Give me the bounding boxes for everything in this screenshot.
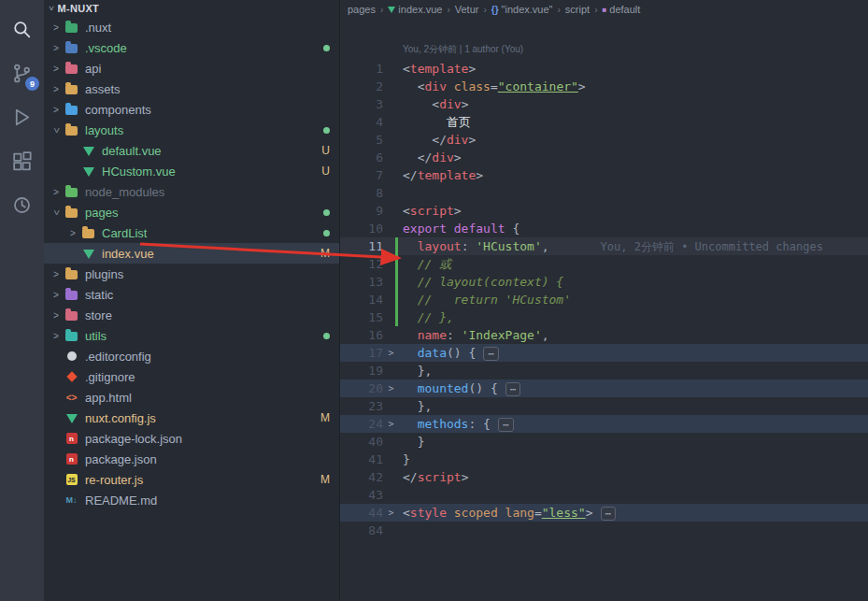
chevron-right-icon: > (50, 290, 63, 300)
code-line-16[interactable]: 16 name: 'IndexPage', (340, 326, 868, 344)
code-line-84[interactable]: 84 (340, 522, 868, 539)
breadcrumb-item-default[interactable]: ■default (602, 4, 640, 15)
code-line-3[interactable]: 3 <div> (340, 95, 868, 113)
run-debug-icon[interactable] (0, 95, 44, 139)
code-line-4[interactable]: 4 首页 (340, 113, 868, 131)
tree-item-.editorconfig[interactable]: .editorconfig (44, 346, 339, 366)
file-name: .vscode (85, 41, 127, 55)
tree-item-node_modules[interactable]: >node_modules (44, 181, 339, 202)
fold-chevron-icon[interactable]: > (383, 504, 399, 522)
tree-item-pages[interactable]: >pages (44, 202, 339, 222)
line-number: 13 (340, 273, 383, 291)
code-line-23[interactable]: 23 }, (340, 397, 868, 415)
git-status-badge: U (321, 144, 330, 157)
fold-chevron-icon[interactable]: > (383, 415, 399, 433)
code-line-2[interactable]: 2 <div class="container"> (340, 78, 868, 95)
fold-ellipsis[interactable]: ⋯ (505, 382, 521, 396)
git-status-badge: U (321, 165, 330, 178)
code-line-8[interactable]: 8 (340, 184, 868, 202)
tree-item-assets[interactable]: >assets (44, 79, 339, 99)
tree-item-index.vue[interactable]: index.vueM (44, 243, 339, 264)
tree-item-CardList[interactable]: >CardList (44, 222, 339, 243)
tree-item-package.json[interactable]: npackage.json (44, 449, 339, 469)
tree-item-store[interactable]: >store (44, 305, 339, 325)
code-text: // }, (399, 308, 454, 326)
code-line-15[interactable]: 15 // }, (340, 308, 868, 326)
fold-chevron-icon[interactable]: > (383, 344, 399, 362)
git-modified-gutter (395, 273, 398, 291)
fold-chevron-placeholder (383, 220, 399, 237)
fold-chevron-placeholder (383, 184, 399, 202)
breadcrumb-separator: › (558, 5, 561, 15)
history-icon[interactable] (0, 183, 44, 227)
code-line-13[interactable]: 13 // layout(context) { (340, 273, 868, 291)
code-line-10[interactable]: 10export default { (340, 220, 868, 237)
tree-item-README.md[interactable]: M↓README.md (44, 490, 339, 510)
code-line-14[interactable]: 14 // return 'HCustom' (340, 291, 868, 308)
source-control-badge: 9 (25, 77, 39, 91)
vue-icon (79, 146, 97, 156)
code-line-44[interactable]: 44><style scoped lang="less">⋯ (340, 504, 868, 522)
line-number: 40 (340, 433, 383, 451)
code-text: export default { (399, 220, 519, 237)
git-modified-gutter (395, 237, 398, 255)
code-line-11[interactable]: 11 layout: 'HCustom',You, 2分钟前 • Uncommi… (340, 237, 868, 255)
chevron-right-icon: > (50, 84, 63, 94)
fold-ellipsis[interactable]: ⋯ (601, 507, 617, 521)
line-number: 24 (340, 415, 383, 433)
code-line-6[interactable]: 6 </div> (340, 149, 868, 166)
tree-item-package-lock.json[interactable]: npackage-lock.json (44, 428, 339, 449)
row-badges (323, 127, 330, 134)
tree-item-.gitignore[interactable]: .gitignore (44, 366, 339, 387)
code-line-7[interactable]: 7</template> (340, 166, 868, 184)
workspace-root[interactable]: > M-NUXT (44, 0, 339, 17)
editorconfig-icon (63, 351, 80, 361)
breadcrumb-item-pages[interactable]: pages (348, 4, 376, 15)
code-text (399, 522, 403, 539)
tree-item-default.vue[interactable]: default.vueU (44, 140, 339, 161)
file-name: package-lock.json (85, 432, 182, 446)
code-line-9[interactable]: 9<script> (340, 202, 868, 220)
fold-chevron-placeholder (383, 362, 399, 379)
code-text: </div> (399, 131, 476, 149)
tree-item-static[interactable]: >static (44, 284, 339, 305)
tree-item-.nuxt[interactable]: >.nuxt (44, 17, 339, 37)
search-icon[interactable] (0, 7, 44, 51)
tree-item-.vscode[interactable]: >.vscode (44, 37, 339, 58)
line-number: 10 (340, 220, 383, 237)
tree-item-app.html[interactable]: <>app.html (44, 387, 339, 408)
fold-chevron-icon[interactable]: > (383, 379, 399, 397)
code-line-1[interactable]: 1<template> (340, 60, 868, 78)
tree-item-HCustom.vue[interactable]: HCustom.vueU (44, 161, 339, 181)
fold-ellipsis[interactable]: ⋯ (483, 347, 499, 361)
fold-ellipsis[interactable]: ⋯ (498, 418, 514, 432)
code-line-20[interactable]: 20> mounted() {⋯ (340, 379, 868, 397)
extensions-icon[interactable] (0, 139, 44, 183)
breadcrumb-item-index-vue[interactable]: index.vue (388, 4, 442, 15)
breadcrumb-item-vetur[interactable]: Vetur (455, 4, 479, 15)
code-line-41[interactable]: 41} (340, 451, 868, 468)
code-line-43[interactable]: 43 (340, 486, 868, 504)
tree-item-api[interactable]: >api (44, 58, 339, 79)
code-line-5[interactable]: 5 </div> (340, 131, 868, 149)
tree-item-utils[interactable]: >utils (44, 325, 339, 346)
code-line-17[interactable]: 17> data() {⋯ (340, 344, 868, 362)
breadcrumb-item-index-vue[interactable]: {}"index.vue" (491, 4, 553, 15)
git-modified-gutter (395, 255, 398, 273)
tree-item-plugins[interactable]: >plugins (44, 264, 339, 284)
chevron-right-icon: > (50, 310, 63, 321)
breadcrumb-item-script[interactable]: script (565, 4, 590, 15)
code-line-40[interactable]: 40 } (340, 433, 868, 451)
tree-item-layouts[interactable]: >layouts (44, 120, 339, 140)
code-line-12[interactable]: 12 // 或 (340, 255, 868, 273)
code-line-42[interactable]: 42</script> (340, 468, 868, 486)
code-line-24[interactable]: 24> methods: {⋯ (340, 415, 868, 433)
code-line-19[interactable]: 19 }, (340, 362, 868, 379)
tree-item-nuxt.config.js[interactable]: nuxt.config.jsM (44, 408, 339, 428)
source-control-icon[interactable]: 9 (0, 51, 44, 95)
fold-chevron-placeholder (383, 149, 399, 166)
tree-item-re-router.js[interactable]: JSre-router.jsM (44, 469, 339, 490)
tree-item-components[interactable]: >components (44, 99, 339, 120)
line-number: 11 (340, 237, 383, 255)
code-text: <template> (399, 60, 476, 78)
